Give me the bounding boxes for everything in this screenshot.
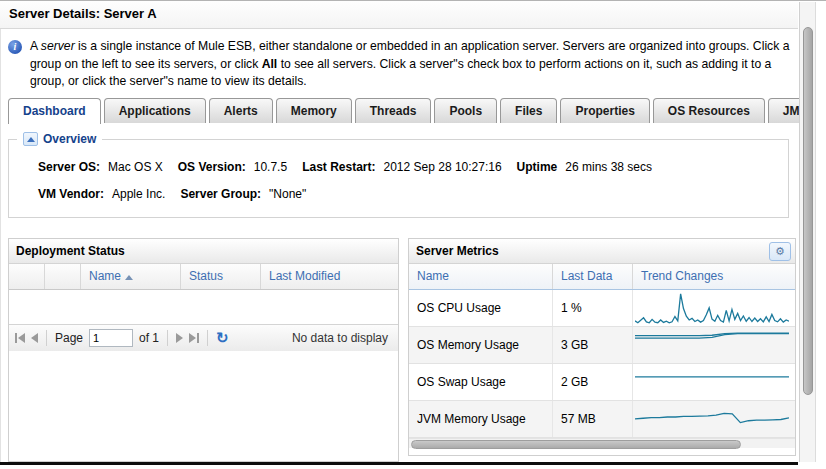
field-value: 26 mins 38 secs xyxy=(565,160,652,174)
overview-field-os-version: OS Version:10.7.5 xyxy=(178,160,287,174)
deployment-grid-header: NameStatusLast Modified xyxy=(9,264,398,290)
overview-row: VM Vendor:Apple Inc.Server Group:"None" xyxy=(38,187,306,201)
metric-last-data: 57 MB xyxy=(553,401,633,437)
collapse-toggle-button[interactable] xyxy=(23,132,38,146)
chevron-up-icon xyxy=(27,137,35,142)
overview-field-uptime: Uptime26 mins 38 secs xyxy=(517,160,652,174)
column-header-label: Last Modified xyxy=(269,264,340,289)
field-value: 2012 Sep 28 10:27:16 xyxy=(384,160,502,174)
overview-legend-label: Overview xyxy=(43,132,96,146)
metric-trend-cell xyxy=(633,401,795,437)
field-value: "None" xyxy=(269,187,306,201)
metric-last-data: 3 GB xyxy=(553,327,633,363)
horizontal-scrollbar-thumb[interactable] xyxy=(411,440,741,449)
toolbar-separator xyxy=(207,330,208,346)
metric-trend-cell xyxy=(633,364,795,400)
overview-fieldset: Overview Server OS:Mac OS XOS Version:10… xyxy=(8,132,789,218)
info-text-bold: All xyxy=(262,57,278,71)
column-header-label: Name xyxy=(89,264,121,289)
vertical-scrollbar-track[interactable] xyxy=(799,2,816,462)
metric-name: OS CPU Usage xyxy=(409,290,553,326)
metric-row-jvm-memory-usage: JVM Memory Usage57 MB xyxy=(409,401,795,438)
metric-name: JVM Memory Usage xyxy=(409,401,553,437)
column-header-status[interactable]: Status xyxy=(181,264,261,289)
page-label: Page xyxy=(55,331,83,345)
tab-memory[interactable]: Memory xyxy=(276,98,352,123)
page-of-label: of 1 xyxy=(139,331,159,345)
page-number-input[interactable] xyxy=(89,329,133,347)
info-icon: i xyxy=(8,40,22,54)
tab-os-resources[interactable]: OS Resources xyxy=(653,98,765,123)
overview-field-vm-vendor: VM Vendor:Apple Inc. xyxy=(38,187,165,201)
deployment-panel-title: Deployment Status xyxy=(16,239,125,263)
metric-name: OS Swap Usage xyxy=(409,364,553,400)
horizontal-scrollbar-track[interactable] xyxy=(409,438,795,448)
overview-row: Server OS:Mac OS XOS Version:10.7.5Last … xyxy=(38,160,652,174)
metrics-panel-title: Server Metrics xyxy=(416,239,499,263)
trend-sparkline xyxy=(635,291,789,325)
tab-applications[interactable]: Applications xyxy=(104,98,206,123)
tab-properties[interactable]: Properties xyxy=(560,98,649,123)
previous-page-button[interactable] xyxy=(31,333,38,343)
metric-row-os-cpu-usage: OS CPU Usage1 % xyxy=(409,290,795,327)
field-label: Server OS: xyxy=(38,160,100,174)
metric-last-data: 2 GB xyxy=(553,364,633,400)
column-header-trend-changes[interactable]: Trend Changes xyxy=(633,264,795,289)
metric-name: OS Memory Usage xyxy=(409,327,553,363)
field-label: OS Version: xyxy=(178,160,246,174)
field-label: Last Restart: xyxy=(302,160,375,174)
info-text-part1: A xyxy=(30,39,41,53)
deployment-status-panel: Deployment Status NameStatusLast Modifie… xyxy=(8,238,399,462)
field-label: VM Vendor: xyxy=(38,187,104,201)
overview-border xyxy=(8,139,789,218)
toolbar-separator xyxy=(167,330,168,346)
tab-jmx[interactable]: JMX xyxy=(768,98,800,123)
server-metrics-panel: Server Metrics ⚙ NameLast DataTrend Chan… xyxy=(408,238,796,456)
metrics-panel-header: Server Metrics ⚙ xyxy=(409,239,795,264)
column-header-last-data[interactable]: Last Data xyxy=(553,264,633,289)
field-label: Uptime xyxy=(517,160,558,174)
server-details-page: Server Details: Server A i A server is a… xyxy=(0,0,826,469)
content-left-border xyxy=(0,1,1,462)
page-title: Server Details: Server A xyxy=(9,6,157,21)
empty-grid-message: No data to display xyxy=(292,331,392,345)
column-header-label: Status xyxy=(189,264,223,289)
overview-field-last-restart: Last Restart:2012 Sep 28 10:27:16 xyxy=(302,160,501,174)
tab-threads[interactable]: Threads xyxy=(355,98,432,123)
field-label: Server Group: xyxy=(180,187,261,201)
overview-field-server-os: Server OS:Mac OS X xyxy=(38,160,163,174)
info-text-emph: server xyxy=(41,39,75,53)
vertical-scrollbar-thumb[interactable] xyxy=(803,27,813,395)
tab-dashboard[interactable]: Dashboard xyxy=(8,98,101,124)
paging-toolbar: Page of 1 ↻ No data to display xyxy=(9,324,398,351)
info-text: A server is a single instance of Mule ES… xyxy=(30,38,792,91)
field-value: Mac OS X xyxy=(108,160,163,174)
overview-field-server-group: Server Group:"None" xyxy=(180,187,306,201)
server-info-note: i A server is a single instance of Mule … xyxy=(8,38,792,91)
tab-pools[interactable]: Pools xyxy=(434,98,497,123)
last-page-button[interactable] xyxy=(189,333,199,343)
tab-files[interactable]: Files xyxy=(500,98,557,123)
metric-row-os-memory-usage: OS Memory Usage3 GB xyxy=(409,327,795,364)
column-header-blank[interactable] xyxy=(45,264,81,289)
page-title-bar: Server Details: Server A xyxy=(0,1,798,29)
tab-alerts[interactable]: Alerts xyxy=(209,98,273,123)
trend-sparkline xyxy=(635,402,789,436)
field-value: 10.7.5 xyxy=(254,160,287,174)
deployment-grid-empty-body xyxy=(9,290,398,324)
column-header-name[interactable]: Name xyxy=(409,264,553,289)
metric-trend-cell xyxy=(633,290,795,326)
metric-last-data: 1 % xyxy=(553,290,633,326)
tab-strip: DashboardApplicationsAlertsMemoryThreads… xyxy=(8,98,800,124)
gear-icon[interactable]: ⚙ xyxy=(769,242,791,261)
metrics-grid-body: OS CPU Usage1 %OS Memory Usage3 GBOS Swa… xyxy=(409,290,795,438)
field-value: Apple Inc. xyxy=(112,187,165,201)
overview-legend: Overview xyxy=(17,132,102,146)
column-header-name[interactable]: Name xyxy=(81,264,181,289)
next-page-button[interactable] xyxy=(176,333,183,343)
metric-trend-cell xyxy=(633,327,795,363)
column-header-last-modified[interactable]: Last Modified xyxy=(261,264,398,289)
first-page-button[interactable] xyxy=(15,333,25,343)
column-header-blank[interactable] xyxy=(9,264,45,289)
refresh-icon[interactable]: ↻ xyxy=(216,330,229,346)
